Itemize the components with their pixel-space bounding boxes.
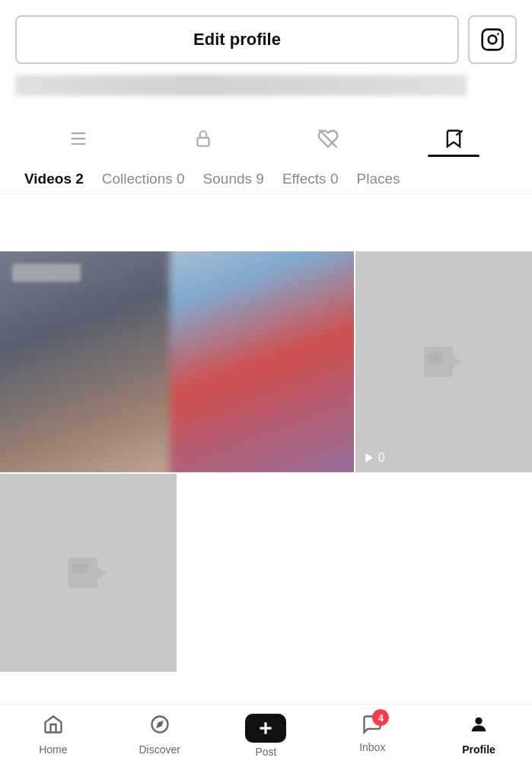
edit-profile-button[interactable]: Edit profile [15, 15, 459, 64]
nav-inbox-label: Inbox [359, 741, 385, 753]
tab-collections[interactable]: Collections 0 [93, 165, 194, 193]
video-placeholder-icon-2 [65, 550, 111, 596]
svg-marker-10 [450, 354, 462, 369]
svg-point-20 [475, 718, 482, 724]
svg-marker-12 [365, 453, 372, 462]
instagram-button[interactable] [468, 15, 517, 64]
svg-rect-11 [428, 353, 442, 362]
inbox-badge: 4 [372, 709, 389, 726]
tab-effects[interactable]: Effects 0 [273, 165, 348, 193]
nav-profile-label: Profile [462, 743, 495, 756]
discover-icon [149, 714, 170, 740]
video-count-1: 0 [363, 451, 385, 465]
nav-discover-label: Discover [139, 743, 180, 756]
svg-rect-15 [73, 564, 87, 573]
tab-sounds[interactable]: Sounds 9 [194, 165, 273, 193]
inbox-icon-wrapper: 4 [362, 714, 383, 738]
svg-rect-0 [483, 30, 503, 50]
lock-icon-tab[interactable] [178, 123, 228, 155]
nav-post[interactable]: Post [235, 714, 296, 758]
heart-slash-icon-tab[interactable] [302, 122, 354, 155]
nav-discover[interactable]: Discover [129, 714, 190, 756]
bio-text [15, 75, 467, 96]
nav-profile[interactable]: Profile [448, 714, 509, 756]
grid-row-2 [0, 474, 532, 672]
video-grid: 0 [0, 251, 532, 704]
svg-point-1 [489, 36, 497, 44]
video-cell-1[interactable] [0, 251, 354, 472]
nav-home-label: Home [39, 743, 67, 756]
profile-top-section: Edit profile [0, 0, 532, 110]
content-tabs: Videos 2 Collections 0 Sounds 9 Effects … [0, 155, 532, 194]
profile-icon [468, 714, 489, 740]
svg-rect-6 [197, 138, 209, 146]
profile-icons-row [0, 110, 532, 155]
edit-profile-row: Edit profile [15, 15, 517, 64]
video-cell-3[interactable] [0, 474, 177, 672]
tab-places[interactable]: Places [347, 165, 409, 193]
svg-marker-14 [94, 565, 107, 580]
bottom-navigation: Home Discover Post 4 Inbox [0, 704, 532, 780]
nav-home[interactable]: Home [23, 714, 84, 756]
bookmark-icon-tab[interactable] [428, 122, 479, 155]
grid-icon-tab[interactable] [53, 122, 104, 155]
video-cell-4[interactable] [178, 474, 532, 672]
nav-inbox[interactable]: 4 Inbox [342, 714, 403, 753]
home-icon [43, 714, 64, 740]
svg-marker-17 [156, 721, 164, 728]
grid-row-1: 0 [0, 251, 532, 472]
svg-point-2 [497, 33, 499, 35]
video-cell-2[interactable]: 0 [355, 251, 532, 472]
tab-videos[interactable]: Videos 2 [15, 165, 93, 193]
video-placeholder-icon [421, 339, 467, 385]
post-button[interactable] [245, 714, 286, 743]
nav-post-label: Post [255, 746, 276, 758]
